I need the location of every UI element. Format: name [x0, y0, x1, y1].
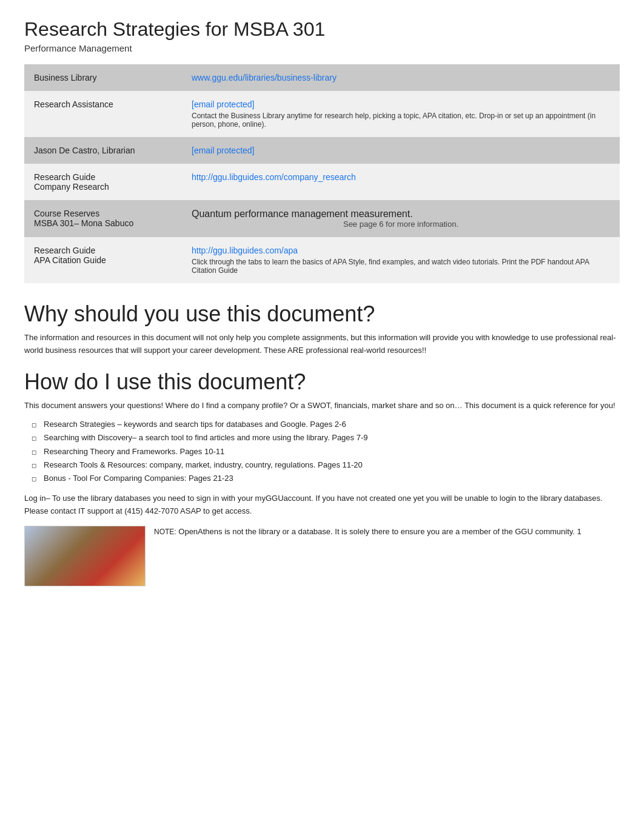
research-assistance-description: Contact the Business Library anytime for… [192, 112, 610, 129]
row-label-line1: Course Reserves [34, 209, 99, 218]
table-row: Course Reserves MSBA 301– Mona Sabuco Qu… [24, 200, 620, 237]
row-label: Research Guide Company Research [24, 164, 182, 200]
page-title: Research Strategies for MSBA 301 [24, 18, 620, 41]
why-body: The information and resources in this do… [24, 332, 620, 357]
table-row: Research Guide APA Citation Guide http:/… [24, 237, 620, 283]
table-row: Business Library www.ggu.edu/libraries/b… [24, 64, 620, 91]
row-content: http://ggu.libguides.com/apa Click throu… [182, 237, 620, 283]
list-item: Searching with Discovery– a search tool … [36, 431, 620, 444]
how-login-text: Log in– To use the library databases you… [24, 492, 620, 518]
row-label-line2: APA Citation Guide [34, 255, 106, 265]
note-label: NOTE: [154, 528, 176, 536]
how-bullet-list: Research Strategies – keywords and searc… [24, 418, 620, 485]
row-label: Business Library [24, 64, 182, 91]
row-label: Jason De Castro, Librarian [24, 137, 182, 164]
note-text-block: NOTE: OpenAthens is not the library or a… [154, 526, 582, 538]
table-row: Jason De Castro, Librarian [email protec… [24, 137, 620, 164]
list-item: Researching Theory and Frameworks. Pages… [36, 445, 620, 458]
course-reserves-main: Quantum performance management measureme… [192, 209, 610, 220]
row-label-line1: Research Guide [34, 172, 95, 182]
why-heading: Why should you use this document? [24, 301, 620, 327]
row-label-line2: MSBA 301– Mona Sabuco [34, 218, 133, 228]
page-subtitle: Performance Management [24, 43, 620, 53]
librarian-email-link[interactable]: [email protected] [192, 146, 255, 155]
business-library-link[interactable]: www.ggu.edu/libraries/business-library [192, 73, 337, 82]
row-label: Course Reserves MSBA 301– Mona Sabuco [24, 200, 182, 237]
row-label: Research Assistance [24, 91, 182, 137]
row-content: Quantum performance management measureme… [182, 200, 620, 237]
course-reserves-sub: See page 6 for more information. [192, 220, 610, 229]
table-row: Research Guide Company Research http://g… [24, 164, 620, 200]
list-item: Research Tools & Resources: company, mar… [36, 458, 620, 472]
apa-guide-link[interactable]: http://ggu.libguides.com/apa [192, 246, 298, 255]
row-content: www.ggu.edu/libraries/business-library [182, 64, 620, 91]
row-label-line1: Research Guide [34, 246, 95, 255]
how-heading: How do I use this document? [24, 369, 620, 395]
company-research-link[interactable]: http://ggu.libguides.com/company_researc… [192, 172, 356, 182]
list-item: Bonus - Tool For Comparing Companies: Pa… [36, 472, 620, 485]
row-label-line2: Company Research [34, 182, 109, 192]
list-item: Research Strategies – keywords and searc… [36, 418, 620, 431]
note-content: OpenAthens is not the library or a datab… [176, 527, 582, 536]
table-row: Research Assistance [email protected] Co… [24, 91, 620, 137]
how-intro: This document answers your questions! Wh… [24, 400, 620, 412]
apa-guide-description: Click through the tabs to learn the basi… [192, 258, 610, 275]
row-content: [email protected] Contact the Business L… [182, 91, 620, 137]
golden-gate-image [24, 526, 146, 586]
row-content: [email protected] [182, 137, 620, 164]
row-content: http://ggu.libguides.com/company_researc… [182, 164, 620, 200]
research-assistance-email-link[interactable]: [email protected] [192, 99, 255, 109]
note-block: NOTE: OpenAthens is not the library or a… [24, 526, 620, 586]
row-label: Research Guide APA Citation Guide [24, 237, 182, 283]
info-table: Business Library www.ggu.edu/libraries/b… [24, 64, 620, 283]
